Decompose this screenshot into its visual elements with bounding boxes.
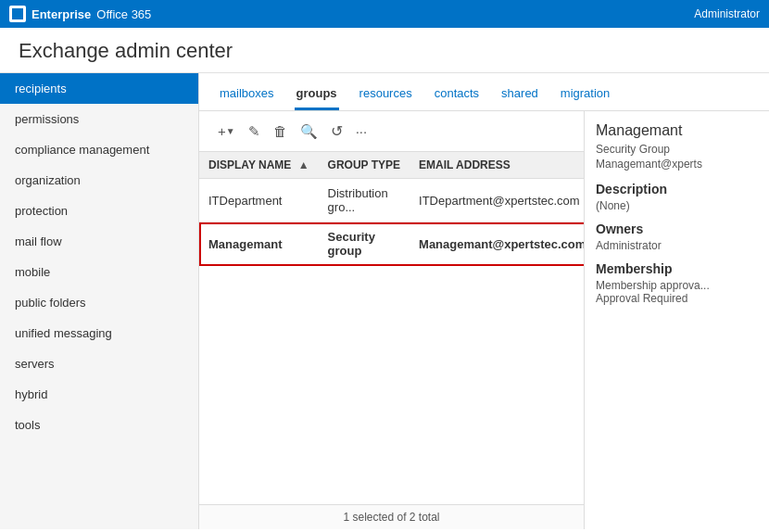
sidebar-item-mail-flow[interactable]: mail flow	[0, 226, 198, 257]
tab-mailboxes[interactable]: mailboxes	[218, 81, 276, 110]
col-header-email-address[interactable]: EMAIL ADDRESS	[410, 152, 584, 179]
cell-email: ITDepartment@xpertstec.com	[410, 179, 584, 222]
sort-arrow-icon: ▲	[298, 158, 309, 171]
cell-email: Managemant@xpertstec.com	[410, 222, 584, 266]
sidebar-item-hybrid[interactable]: hybrid	[0, 379, 198, 410]
table-panel: + ▼ ✎ 🗑 🔍 ↺ ···	[199, 111, 584, 529]
add-dropdown-icon: ▼	[226, 126, 235, 136]
app-title-bar: Exchange admin center	[0, 28, 769, 73]
sidebar-item-mobile[interactable]: mobile	[0, 257, 198, 287]
search-button[interactable]: 🔍	[296, 121, 321, 142]
delete-button[interactable]: 🗑	[270, 121, 291, 141]
cell-group-type: Distribution gro...	[319, 179, 410, 222]
add-icon: +	[218, 123, 226, 139]
admin-name: Administrator	[694, 7, 760, 20]
cell-display-name: Managemant	[199, 222, 319, 266]
detail-owners-label: Owners	[596, 222, 758, 236]
detail-type: Security Group	[596, 143, 758, 156]
tab-groups[interactable]: groups	[295, 81, 339, 110]
table-header-row: DISPLAY NAME ▲ GROUP TYPE EMAIL ADDRESS	[199, 152, 584, 179]
sidebar-item-compliance-management[interactable]: compliance management	[0, 134, 198, 165]
content-area: mailboxes groups resources contacts shar…	[199, 73, 769, 529]
detail-owners-value: Administrator	[596, 239, 758, 252]
sidebar-item-recipients[interactable]: recipients	[0, 73, 198, 104]
status-bar: 1 selected of 2 total	[199, 504, 584, 529]
top-bar: Enterprise Office 365 Administrator	[0, 0, 769, 28]
detail-panel: Managemant Security Group Managemant@xpe…	[584, 111, 769, 529]
add-button[interactable]: + ▼	[214, 121, 239, 141]
more-icon: ···	[356, 123, 368, 139]
detail-name: Managemant	[596, 122, 758, 139]
table-row[interactable]: Managemant Security group Managemant@xpe…	[199, 222, 584, 266]
top-bar-left: Enterprise Office 365	[9, 6, 151, 22]
sidebar-item-servers[interactable]: servers	[0, 348, 198, 379]
tab-contacts[interactable]: contacts	[433, 81, 481, 110]
tab-resources[interactable]: resources	[358, 81, 414, 110]
main-layout: recipients permissions compliance manage…	[0, 73, 769, 529]
detail-email: Managemant@xperts	[596, 158, 758, 171]
sidebar-item-permissions[interactable]: permissions	[0, 104, 198, 134]
refresh-button[interactable]: ↺	[327, 120, 347, 142]
col-header-group-type[interactable]: GROUP TYPE	[319, 152, 410, 179]
detail-description-value: (None)	[596, 199, 758, 212]
app-title: Exchange admin center	[19, 39, 750, 63]
detail-membership-sub: Approval Required	[596, 292, 758, 305]
status-text: 1 selected of 2 total	[343, 511, 439, 524]
sidebar-item-protection[interactable]: protection	[0, 196, 198, 226]
app-logo	[9, 6, 26, 22]
edit-button[interactable]: ✎	[245, 121, 264, 142]
sidebar-item-tools[interactable]: tools	[0, 410, 198, 440]
detail-description-label: Description	[596, 182, 758, 196]
data-table: DISPLAY NAME ▲ GROUP TYPE EMAIL ADDRESS	[199, 151, 584, 504]
product-name-2: Office 365	[96, 7, 151, 21]
table-row[interactable]: ITDepartment Distribution gro... ITDepar…	[199, 179, 584, 222]
delete-icon: 🗑	[273, 123, 287, 139]
sidebar-item-unified-messaging[interactable]: unified messaging	[0, 318, 198, 348]
edit-icon: ✎	[248, 123, 260, 140]
search-icon: 🔍	[300, 123, 318, 140]
refresh-icon: ↺	[331, 122, 343, 140]
tab-shared[interactable]: shared	[499, 81, 540, 110]
cell-group-type: Security group	[319, 222, 410, 266]
sidebar-item-public-folders[interactable]: public folders	[0, 287, 198, 318]
more-button[interactable]: ···	[352, 121, 372, 141]
sidebar-item-organization[interactable]: organization	[0, 165, 198, 196]
sidebar: recipients permissions compliance manage…	[0, 73, 199, 529]
table-area: + ▼ ✎ 🗑 🔍 ↺ ···	[199, 111, 769, 529]
tab-migration[interactable]: migration	[559, 81, 611, 110]
detail-membership-value: Membership approva...	[596, 279, 758, 292]
col-header-display-name[interactable]: DISPLAY NAME ▲	[199, 152, 319, 179]
product-name-1: Enterprise	[32, 7, 91, 21]
toolbar: + ▼ ✎ 🗑 🔍 ↺ ···	[199, 111, 584, 151]
tab-nav: mailboxes groups resources contacts shar…	[199, 73, 769, 111]
detail-membership-label: Membership	[596, 261, 758, 276]
cell-display-name: ITDepartment	[199, 179, 319, 222]
